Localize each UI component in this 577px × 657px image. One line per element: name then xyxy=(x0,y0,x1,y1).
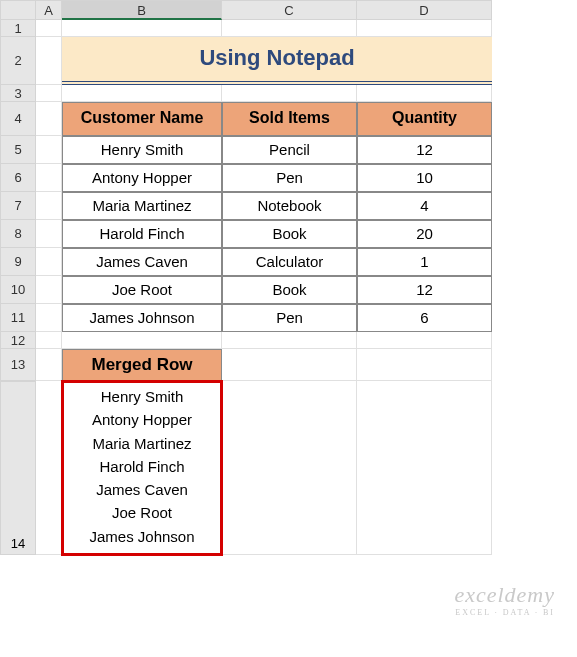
cell-a8[interactable] xyxy=(36,220,62,248)
merged-row-header[interactable]: Merged Row xyxy=(62,349,222,381)
table-row: Joe Root Book 12 xyxy=(36,276,577,304)
cell-a4[interactable] xyxy=(36,102,62,136)
cell-item[interactable]: Calculator xyxy=(222,248,357,276)
cell-a6[interactable] xyxy=(36,164,62,192)
watermark: exceldemy EXCEL · DATA · BI xyxy=(454,582,555,617)
cell-a14[interactable] xyxy=(36,381,62,555)
row-headers: 1 2 3 4 5 6 7 8 9 10 11 12 13 xyxy=(0,20,36,381)
cell-qty[interactable]: 4 xyxy=(357,192,492,220)
col-header-b[interactable]: B xyxy=(62,0,222,20)
select-all-corner[interactable] xyxy=(0,0,36,20)
cell-b3[interactable] xyxy=(62,85,222,102)
row-header-11[interactable]: 11 xyxy=(0,304,36,332)
cell-name[interactable]: James Caven xyxy=(62,248,222,276)
table-row: Henry Smith Pencil 12 xyxy=(36,136,577,164)
row-header-9[interactable]: 9 xyxy=(0,248,36,276)
cell-b12[interactable] xyxy=(62,332,222,349)
cell-qty[interactable]: 10 xyxy=(357,164,492,192)
cell-c14[interactable] xyxy=(222,381,357,555)
cell-b1[interactable] xyxy=(62,20,222,37)
cell-item[interactable]: Pen xyxy=(222,304,357,332)
cell-qty[interactable]: 1 xyxy=(357,248,492,276)
cell-a5[interactable] xyxy=(36,136,62,164)
cell-item[interactable]: Pen xyxy=(222,164,357,192)
row-header-4[interactable]: 4 xyxy=(0,102,36,136)
cell-a1[interactable] xyxy=(36,20,62,37)
table-header-items[interactable]: Sold Items xyxy=(222,102,357,136)
cell-c12[interactable] xyxy=(222,332,357,349)
worksheet-grid: Using Notepad Customer Name Sold Items Q… xyxy=(36,20,577,555)
table-header-qty[interactable]: Quantity xyxy=(357,102,492,136)
cell-a7[interactable] xyxy=(36,192,62,220)
table-row: Maria Martinez Notebook 4 xyxy=(36,192,577,220)
row-header-7[interactable]: 7 xyxy=(0,192,36,220)
cell-name[interactable]: Antony Hopper xyxy=(62,164,222,192)
row-header-8[interactable]: 8 xyxy=(0,220,36,248)
table-row: Antony Hopper Pen 10 xyxy=(36,164,577,192)
merged-row-cell[interactable]: Henry SmithAntony HopperMaria MartinezHa… xyxy=(62,381,222,555)
row-header-5[interactable]: 5 xyxy=(0,136,36,164)
row-header-14[interactable]: 14 xyxy=(0,381,36,555)
cell-a13[interactable] xyxy=(36,349,62,381)
cell-name[interactable]: Henry Smith xyxy=(62,136,222,164)
cell-name[interactable]: Maria Martinez xyxy=(62,192,222,220)
cell-c1[interactable] xyxy=(222,20,357,37)
row-header-2[interactable]: 2 xyxy=(0,37,36,85)
col-header-c[interactable]: C xyxy=(222,0,357,20)
cell-d14[interactable] xyxy=(357,381,492,555)
cell-name[interactable]: Harold Finch xyxy=(62,220,222,248)
sheet-title[interactable]: Using Notepad xyxy=(62,37,492,85)
cell-qty[interactable]: 6 xyxy=(357,304,492,332)
cell-name[interactable]: James Johnson xyxy=(62,304,222,332)
cell-qty[interactable]: 12 xyxy=(357,276,492,304)
cell-c3[interactable] xyxy=(222,85,357,102)
row-header-1[interactable]: 1 xyxy=(0,20,36,37)
row-header-6[interactable]: 6 xyxy=(0,164,36,192)
cell-c13[interactable] xyxy=(222,349,357,381)
watermark-brand: exceldemy xyxy=(454,582,555,608)
table-row: James Caven Calculator 1 xyxy=(36,248,577,276)
cell-a3[interactable] xyxy=(36,85,62,102)
cell-name[interactable]: Joe Root xyxy=(62,276,222,304)
row-header-13[interactable]: 13 xyxy=(0,349,36,381)
column-headers-row: A B C D xyxy=(0,0,577,20)
cell-d3[interactable] xyxy=(357,85,492,102)
row-header-12[interactable]: 12 xyxy=(0,332,36,349)
cell-item[interactable]: Book xyxy=(222,220,357,248)
cell-qty[interactable]: 12 xyxy=(357,136,492,164)
cell-item[interactable]: Book xyxy=(222,276,357,304)
cell-item[interactable]: Notebook xyxy=(222,192,357,220)
cell-a10[interactable] xyxy=(36,276,62,304)
col-header-d[interactable]: D xyxy=(357,0,492,20)
cell-a9[interactable] xyxy=(36,248,62,276)
cell-a11[interactable] xyxy=(36,304,62,332)
row-header-3[interactable]: 3 xyxy=(0,85,36,102)
table-header-name[interactable]: Customer Name xyxy=(62,102,222,136)
cell-d13[interactable] xyxy=(357,349,492,381)
row-header-10[interactable]: 10 xyxy=(0,276,36,304)
table-row: Harold Finch Book 20 xyxy=(36,220,577,248)
watermark-tagline: EXCEL · DATA · BI xyxy=(454,608,555,617)
cell-d12[interactable] xyxy=(357,332,492,349)
cell-qty[interactable]: 20 xyxy=(357,220,492,248)
cell-d1[interactable] xyxy=(357,20,492,37)
table-row: James Johnson Pen 6 xyxy=(36,304,577,332)
col-header-a[interactable]: A xyxy=(36,0,62,20)
cell-a2[interactable] xyxy=(36,37,62,85)
cell-a12[interactable] xyxy=(36,332,62,349)
cell-item[interactable]: Pencil xyxy=(222,136,357,164)
